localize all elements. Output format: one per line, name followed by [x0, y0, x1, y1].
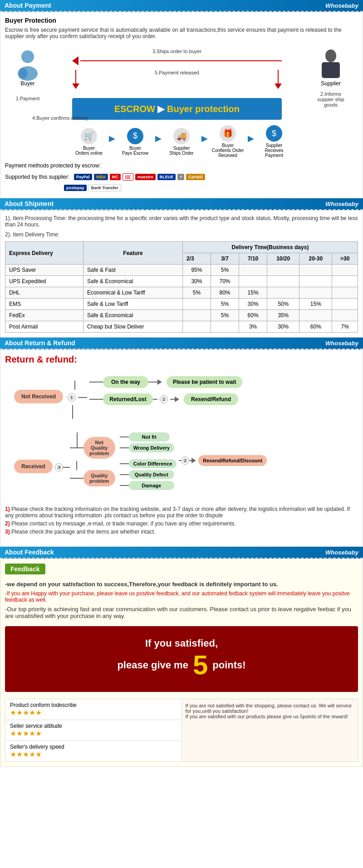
- carrier-cell: FedEx: [5, 310, 83, 321]
- circle-2: ②: [160, 395, 168, 403]
- val-cell: [299, 265, 332, 276]
- ships-order-label: 3.Ships order to buyer: [152, 49, 201, 54]
- supported-label: Supported by this supplier:: [5, 174, 69, 180]
- val-cell: 80%: [211, 287, 239, 299]
- maestro-logo: maestro: [135, 174, 156, 180]
- val-cell: [299, 310, 332, 321]
- branch-v-up: [74, 381, 75, 390]
- branch-v-down: [72, 405, 73, 419]
- ships-arrow-icon: [72, 56, 78, 65]
- feature-cell: Economical & Low Tariff: [83, 287, 183, 299]
- val-cell: [267, 287, 299, 299]
- payment-section: About Payment Whosebaby Buyer Protection…: [0, 0, 363, 198]
- shipment-header-label: About Shipment: [5, 200, 54, 207]
- val-cell: 5%: [211, 265, 239, 276]
- val-cell: 95%: [182, 265, 211, 276]
- rating-name: Seller's delivery speed: [10, 744, 177, 750]
- return-header-label: About Return & Refund: [5, 339, 75, 347]
- val-cell: [211, 321, 239, 333]
- val-cell: 50%: [267, 299, 299, 310]
- rating-stars: ★★★★★: [10, 708, 177, 717]
- supplier-paid-icon: $: [266, 125, 282, 142]
- table-row: FedExSafe & Economical5%60%35%: [5, 310, 358, 321]
- sub-3-7: 3/7: [211, 253, 239, 265]
- orders-icon: 🛒: [81, 128, 97, 144]
- postepay-logo: postepay: [64, 185, 87, 191]
- h-line-1: [78, 397, 87, 398]
- sub-10-20: 10/20: [267, 253, 299, 265]
- h-line-mid: [148, 382, 157, 383]
- informs-label: 2.Informs suppier ship goods: [313, 91, 349, 108]
- resend-refund-discount-oval: Resend/Refund/Discount: [198, 455, 267, 466]
- svg-point-3: [325, 49, 336, 62]
- val-cell: [332, 265, 358, 276]
- received-icon: 🎁: [220, 125, 236, 142]
- shipment-section: About Shipment Whosebaby 1). Item Proces…: [0, 198, 363, 338]
- h-line-mid3: [170, 399, 175, 400]
- resend-refund-oval: Resend/Refund: [184, 393, 238, 405]
- val-cell: [182, 299, 211, 310]
- not-received-flow: Not Received ①: [5, 372, 358, 428]
- payment-released-label: 5.Payment released: [155, 70, 199, 89]
- pays-icon: $: [127, 128, 143, 144]
- feedback-header: About Feedback Whosebaby: [0, 547, 363, 559]
- payment-step-1: 1.Payment: [16, 96, 40, 101]
- v-middle: [76, 461, 77, 470]
- circle-1: ①: [68, 393, 76, 402]
- escrow-label: ESCROW: [114, 104, 155, 114]
- h-notfit: [120, 436, 129, 437]
- table-row: DHLEconomical & Low Tariff5%80%15%: [5, 287, 358, 299]
- bleue-logo: BLEUE: [157, 174, 176, 180]
- val-cell: [332, 310, 358, 321]
- table-row: EMSSafe & Low Tariff5%30%50%15%: [5, 299, 358, 310]
- supplier-icon: [317, 49, 344, 80]
- val-cell: [239, 276, 267, 287]
- col-delivery-time: Delivery Time(Business days): [182, 242, 358, 253]
- val-cell: 15%: [299, 299, 332, 310]
- h-wrong: [120, 447, 129, 448]
- buyer-label: Buyer: [20, 80, 34, 87]
- val-cell: 5%: [182, 287, 211, 299]
- h-line-onway: [89, 382, 103, 383]
- svg-point-2: [19, 68, 28, 79]
- val-cell: 30%: [182, 276, 211, 287]
- step-ships: 🚚 SupplierShips Order: [163, 128, 200, 156]
- escrow-sublabel: Buyer protection: [167, 104, 240, 114]
- v-line-right: [278, 70, 279, 83]
- val-cell: 60%: [299, 321, 332, 333]
- arrow-down-left: [72, 83, 79, 89]
- sub-7-10: 7/10: [239, 253, 267, 265]
- rating-label: Product conform todescribe★★★★★: [5, 699, 182, 720]
- shipment-line1: 1). Item Processing Time: the processing…: [5, 215, 358, 228]
- right-feedback-cell: If you are not satisfied with the shoppi…: [182, 699, 358, 762]
- spacer: [120, 452, 177, 459]
- payment-steps: 🛒 BuyerOrders online ▶ $ BuyerPays Escro…: [5, 125, 358, 158]
- brand-label: Whosebaby: [325, 2, 358, 9]
- feature-cell: Safe & Low Tariff: [83, 299, 183, 310]
- feedback-brand: Whosebaby: [325, 549, 358, 556]
- feedback-section: About Feedback Whosebaby Feedback -we de…: [0, 547, 363, 767]
- sub-20-30: 20-30: [299, 253, 332, 265]
- svg-rect-4: [322, 62, 340, 78]
- rating-row: Product conform todescribe★★★★★If you ar…: [5, 699, 358, 720]
- banner-suffix: points!: [212, 659, 245, 671]
- shipment-header: About Shipment Whosebaby: [0, 198, 363, 210]
- val-cell: [299, 276, 332, 287]
- step-received: 🎁 BuyerConfients OrderRecevied: [210, 125, 246, 158]
- val-cell: [332, 299, 358, 310]
- val-cell: 15%: [239, 287, 267, 299]
- received-oval: Received: [14, 460, 53, 473]
- return-section: About Return & Refund Whosebaby Return &…: [0, 338, 363, 547]
- arrow-line-h: [80, 60, 282, 61]
- paypal-logo: PayPal: [74, 174, 92, 180]
- carrier-cell: UPS Expedited: [5, 276, 83, 287]
- step-arrow-2: ▶: [153, 133, 163, 143]
- visa-logo: VISA: [94, 174, 108, 180]
- return-brand: Whosebaby: [325, 340, 358, 347]
- feedback-header-label: About Feedback: [5, 549, 54, 556]
- stars-banner: If you satisfied, please give me 5 point…: [5, 626, 358, 692]
- val-cell: 5%: [211, 310, 239, 321]
- h-damage: [120, 485, 129, 486]
- please-wait-oval: Please be patient to wait: [167, 376, 242, 388]
- val-cell: 7%: [332, 321, 358, 333]
